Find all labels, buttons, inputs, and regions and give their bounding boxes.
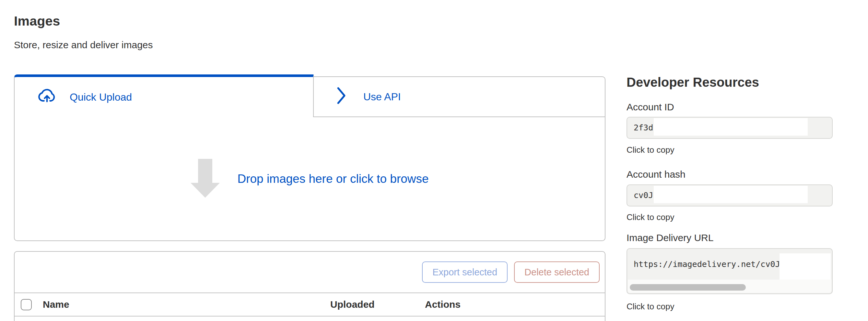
tab-quick-upload-label: Quick Upload — [70, 91, 132, 103]
tab-use-api[interactable]: Use API — [314, 76, 606, 117]
redaction-overlay — [779, 253, 831, 281]
account-hash-field[interactable]: cv0J — [626, 184, 833, 207]
redaction-overlay — [654, 186, 808, 203]
redaction-overlay — [654, 118, 808, 136]
horizontal-scrollbar-track — [628, 280, 831, 293]
chevron-right-icon — [336, 86, 348, 108]
drop-zone-label: Drop images here or click to browse — [237, 172, 429, 186]
arrow-down-icon — [191, 159, 220, 199]
delivery-url-field[interactable]: https://imagedelivery.net/cv0JSj — [626, 248, 833, 294]
page-title: Images — [14, 13, 60, 29]
cloud-upload-icon — [37, 88, 57, 106]
column-header-uploaded: Uploaded — [330, 293, 375, 316]
delete-selected-button[interactable]: Delete selected — [514, 261, 600, 283]
images-dashboard-page: Images Store, resize and deliver images … — [0, 0, 868, 321]
table-header-row: Name Uploaded Actions — [14, 293, 605, 317]
sidebar-title: Developer Resources — [626, 75, 759, 90]
account-id-copy-hint[interactable]: Click to copy — [626, 145, 674, 155]
column-header-actions: Actions — [425, 293, 461, 316]
tab-quick-upload[interactable]: Quick Upload — [14, 74, 314, 117]
account-id-field[interactable]: 2f3d — [626, 117, 833, 139]
horizontal-scrollbar-thumb[interactable] — [630, 284, 746, 291]
column-header-name: Name — [43, 293, 69, 316]
image-drop-zone[interactable]: Drop images here or click to browse — [14, 117, 606, 241]
tab-use-api-label: Use API — [363, 91, 401, 103]
delivery-url-copy-hint[interactable]: Click to copy — [626, 301, 674, 312]
account-hash-copy-hint[interactable]: Click to copy — [626, 212, 674, 222]
account-id-label: Account ID — [626, 102, 674, 113]
select-all-checkbox[interactable] — [21, 299, 32, 310]
list-toolbar: Export selected Delete selected — [14, 252, 605, 293]
export-selected-button[interactable]: Export selected — [422, 261, 507, 283]
developer-resources-sidebar: Developer Resources Account ID 2f3d Clic… — [626, 0, 836, 321]
account-hash-label: Account hash — [626, 169, 685, 180]
page-subtitle: Store, resize and deliver images — [14, 39, 153, 50]
images-list-panel: Export selected Delete selected Name Upl… — [14, 251, 606, 321]
upload-tabs: Quick Upload Use API — [14, 74, 606, 117]
delivery-url-label: Image Delivery URL — [626, 232, 713, 243]
